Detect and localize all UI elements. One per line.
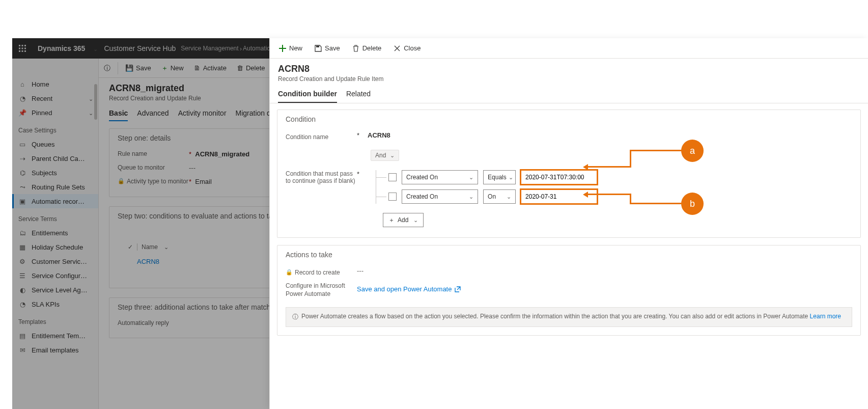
gear-icon: ⚙ <box>18 258 26 265</box>
close-icon <box>394 45 401 52</box>
tab-activity-monitor[interactable]: Activity monitor <box>178 109 227 121</box>
tree-icon: ⇢ <box>18 155 26 162</box>
tab-related[interactable]: Related <box>346 90 371 103</box>
annotation-line <box>630 150 683 151</box>
trash-icon: 🗑 <box>237 64 243 72</box>
routing-icon: ⤳ <box>18 183 26 191</box>
condition-section: Condition Condition name * ACRN8 Conditi… <box>277 110 861 238</box>
sidebar-item-sla-agr[interactable]: ◐Service Level Agr… <box>12 283 98 297</box>
chevron-down-icon[interactable] <box>162 243 169 251</box>
svg-rect-0 <box>19 45 20 46</box>
operator-select[interactable]: On <box>483 189 516 204</box>
sidebar-item-parent-child[interactable]: ⇢Parent Child Case… <box>12 151 98 166</box>
new-button[interactable]: ＋New <box>156 64 189 73</box>
sidebar-item-automatic-record[interactable]: ▣Automatic record… <box>12 194 98 208</box>
sidebar-item-pinned[interactable]: 📌Pinned <box>12 105 98 120</box>
kpi-icon: ◔ <box>18 301 26 308</box>
sidebar-item-subjects[interactable]: ⌬Subjects <box>12 166 98 180</box>
row-checkbox[interactable] <box>388 173 397 181</box>
required-marker: * <box>189 150 191 158</box>
divider <box>137 243 137 251</box>
lock-icon: 🔒 <box>118 178 125 185</box>
rule-item-panel: New Save Delete Close ACRN8 Record Creat… <box>269 38 868 409</box>
sidebar-item-email-temp[interactable]: ✉Email templates <box>12 343 98 357</box>
rule-item-link[interactable]: ACRN8 <box>137 258 159 265</box>
tab-condition-builder[interactable]: Condition builder <box>278 90 337 103</box>
pin-icon: 📌 <box>18 109 26 117</box>
svg-rect-4 <box>22 48 23 49</box>
sidebar-item-entitlements[interactable]: 🗂Entitlements <box>12 226 98 240</box>
sidebar-item-home[interactable]: ⌂Home <box>12 77 98 91</box>
sidebar-item-holiday[interactable]: ▦Holiday Schedule <box>12 240 98 254</box>
chevron-down-icon <box>507 174 513 181</box>
chevron-down-icon <box>388 152 395 159</box>
record-to-create-value[interactable]: --- <box>357 267 852 275</box>
activity-type-value[interactable]: Email <box>195 178 212 185</box>
chevron-right-icon: › <box>239 45 243 52</box>
panel-save-button[interactable]: Save <box>310 40 345 57</box>
panel-subtitle: Record Creation and Update Rule Item <box>278 75 860 83</box>
sidebar-item-queues[interactable]: ▭Queues <box>12 137 98 151</box>
learn-more-link[interactable]: Learn more <box>810 313 841 320</box>
annotation-callout-b: b <box>681 193 704 215</box>
annotation-line <box>630 203 683 204</box>
panel-new-button[interactable]: New <box>274 40 307 57</box>
product-name[interactable]: Dynamics 365 <box>33 44 90 52</box>
tab-advanced[interactable]: Advanced <box>137 109 169 121</box>
power-automate-link[interactable]: Save and open Power Automate <box>357 285 461 293</box>
sidebar-item-recent[interactable]: ◔Recent <box>12 91 98 105</box>
sidebar-item-customer-service[interactable]: ⚙Customer Service… <box>12 254 98 268</box>
actions-section: Actions to take 🔒Record to create --- Co… <box>277 245 861 336</box>
and-operator-button[interactable]: And <box>371 150 399 161</box>
queue-icon: ▭ <box>18 141 26 148</box>
scrollbar-thumb[interactable] <box>94 84 97 120</box>
sidebar-item-sla-kpi[interactable]: ◔SLA KPIs <box>12 297 98 311</box>
panel-close-button[interactable]: Close <box>388 40 426 57</box>
operator-select[interactable]: Equals <box>483 170 516 184</box>
delete-button[interactable]: 🗑Delete <box>232 64 270 72</box>
add-condition-button[interactable]: ＋ Add <box>383 213 424 227</box>
save-icon <box>315 45 322 52</box>
row-checkbox[interactable] <box>388 193 397 201</box>
breadcrumb-1[interactable]: Service Management <box>181 45 238 52</box>
svg-rect-12 <box>316 46 319 47</box>
record-icon: ▣ <box>18 198 26 205</box>
chevron-down-icon[interactable] <box>90 45 99 52</box>
activate-button[interactable]: 🗎Activate <box>189 64 232 72</box>
chevron-down-icon[interactable] <box>87 95 93 102</box>
chevron-down-icon <box>467 174 473 181</box>
rule-name-value[interactable]: ACRN8_migrated <box>195 150 249 158</box>
sidebar-item-ent-temp[interactable]: ▤Entitlement Temp… <box>12 329 98 343</box>
save-button[interactable]: 💾Save <box>120 64 156 72</box>
app-launcher-icon[interactable] <box>12 45 33 52</box>
queue-value[interactable]: --- <box>189 164 195 172</box>
field-select[interactable]: Created On <box>402 189 478 204</box>
tab-basic[interactable]: Basic <box>109 109 128 121</box>
required-marker: * <box>357 150 359 178</box>
info-icon[interactable]: ⓘ <box>99 64 116 73</box>
check-all-icon[interactable]: ✓ <box>128 243 133 251</box>
panel-delete-button[interactable]: Delete <box>347 40 387 57</box>
sidebar-item-routing[interactable]: ⤳Routing Rule Sets <box>12 180 98 194</box>
col-name[interactable]: Name <box>142 243 158 251</box>
panel-title: ACRN8 <box>278 64 860 74</box>
required-marker: * <box>189 178 191 185</box>
condition-name-value[interactable]: ACRN8 <box>368 131 852 139</box>
lock-icon: 🔒 <box>286 269 293 276</box>
sidebar-item-service-config[interactable]: ☰Service Configura… <box>12 268 98 283</box>
app-name[interactable]: Customer Service Hub <box>99 44 181 52</box>
entitlement-icon: 🗂 <box>18 229 26 237</box>
panel-tabs: Condition builder Related <box>270 83 868 103</box>
clock-icon: ◔ <box>18 95 26 102</box>
annotation-line <box>588 194 631 195</box>
field-select[interactable]: Created On <box>402 170 478 184</box>
required-marker: * <box>357 131 359 139</box>
value-input-a[interactable] <box>521 170 597 184</box>
svg-rect-3 <box>19 48 20 49</box>
configure-label: Configure in Microsoft Power Automate <box>286 282 357 298</box>
chevron-down-icon[interactable] <box>87 109 93 117</box>
chevron-down-icon <box>505 193 511 200</box>
group-case-settings: Case Settings <box>12 120 98 137</box>
condition-row-1: Created On Equals <box>388 170 852 184</box>
plus-icon: ＋ <box>161 64 168 73</box>
